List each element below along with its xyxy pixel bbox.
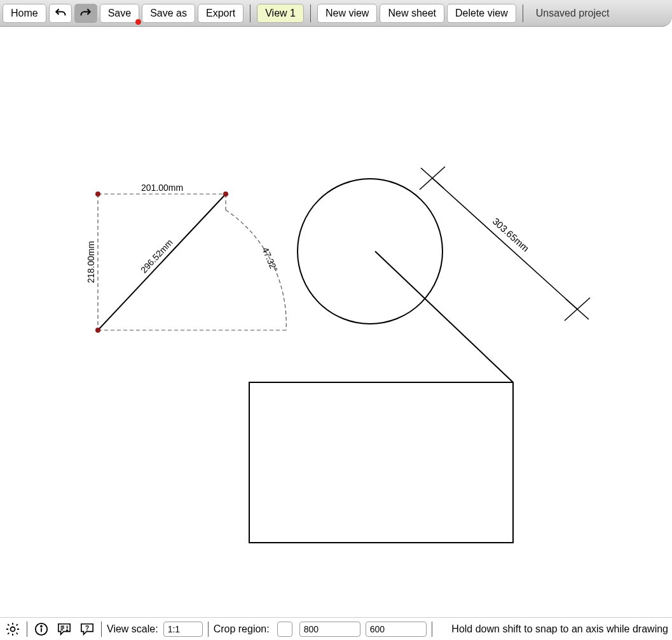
status-hint: Hold down shift to snap to an axis while… <box>451 623 668 635</box>
project-title: Unsaved project <box>530 8 616 19</box>
speech-exclaim-icon <box>57 622 72 636</box>
save-as-button[interactable]: Save as <box>142 4 195 23</box>
undo-icon <box>54 7 67 20</box>
svg-point-26 <box>41 625 42 627</box>
save-label: Save <box>108 8 131 19</box>
redo-button[interactable] <box>74 4 97 23</box>
new-sheet-button[interactable]: New sheet <box>380 4 444 23</box>
dim-top-text: 201.00mm <box>141 183 183 193</box>
redo-icon <box>79 7 92 20</box>
shape-line-1[interactable] <box>375 251 513 382</box>
drawing-canvas[interactable]: 201.00mm 218.00mm 296.52mm 47.32° 303.65… <box>0 27 672 617</box>
svg-point-17 <box>95 328 100 333</box>
view-scale-label: View scale: <box>107 623 158 635</box>
dim-diag-text: 296.52mm <box>139 237 175 275</box>
save-button[interactable]: Save <box>100 4 139 23</box>
separator <box>250 4 250 22</box>
svg-text:?: ? <box>85 624 89 631</box>
svg-line-14 <box>98 194 226 330</box>
delete-view-button[interactable]: Delete view <box>447 4 516 23</box>
separator <box>101 622 102 637</box>
settings-button[interactable] <box>4 620 22 638</box>
dim-left-text: 218.00mm <box>86 241 96 283</box>
shape-line-2[interactable] <box>432 178 513 382</box>
svg-point-23 <box>11 627 15 631</box>
dim-right-text: 303.65mm <box>491 216 531 254</box>
status-bar: ? View scale: Crop region: Hold down shi… <box>0 617 672 640</box>
export-button[interactable]: Export <box>198 4 243 23</box>
shape-circle[interactable] <box>298 179 442 324</box>
crop-height-input[interactable] <box>366 622 427 637</box>
feedback-button[interactable] <box>55 620 73 638</box>
top-toolbar: Home Save Save as Export View 1 New view… <box>0 0 672 27</box>
shape-rectangle[interactable] <box>249 382 513 543</box>
speech-question-icon: ? <box>79 622 95 636</box>
svg-line-18 <box>432 178 577 309</box>
crop-checkbox[interactable] <box>277 622 292 637</box>
selected-line-group: 201.00mm 218.00mm 296.52mm 47.32° <box>86 183 286 333</box>
separator <box>523 4 523 22</box>
undo-button[interactable] <box>49 4 72 23</box>
new-view-button[interactable]: New view <box>317 4 377 23</box>
view-tab-1[interactable]: View 1 <box>257 4 304 23</box>
gear-icon <box>5 622 20 637</box>
separator <box>310 4 311 22</box>
separator <box>27 622 27 637</box>
view-scale-input[interactable] <box>163 622 203 637</box>
canvas-svg: 201.00mm 218.00mm 296.52mm 47.32° 303.65… <box>0 27 672 617</box>
info-button[interactable] <box>32 620 50 638</box>
svg-point-15 <box>95 191 100 197</box>
crop-region-label: Crop region: <box>214 623 270 635</box>
separator <box>208 622 209 637</box>
help-button[interactable]: ? <box>78 620 96 638</box>
aligned-dimension[interactable]: 303.65mm <box>420 167 590 321</box>
home-button[interactable]: Home <box>3 4 46 23</box>
svg-point-28 <box>67 630 67 630</box>
info-icon <box>34 622 48 636</box>
dim-angle-text: 47.32° <box>260 246 280 274</box>
crop-width-input[interactable] <box>299 622 360 637</box>
svg-point-16 <box>223 191 228 197</box>
separator <box>432 622 432 637</box>
unsaved-indicator <box>135 19 141 25</box>
